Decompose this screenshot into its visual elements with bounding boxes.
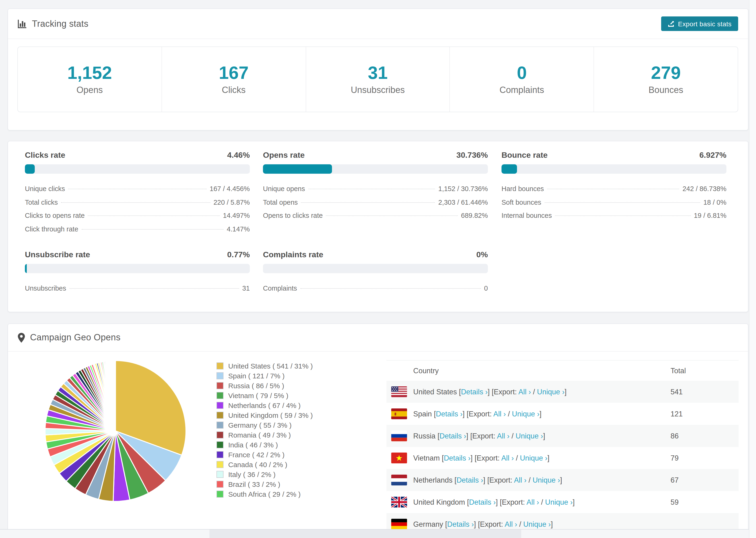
stat-value: 1,152: [67, 63, 112, 83]
export-unique-link[interactable]: Unique ›: [515, 432, 543, 440]
export-basic-stats-button[interactable]: Export basic stats: [661, 17, 738, 31]
bracket-text: /: [539, 498, 545, 506]
rate-value: 4.46%: [227, 151, 250, 160]
geo-row-text: United Kingdom [Details ›] [Export: All …: [413, 498, 575, 506]
geo-table-header-country: Country: [413, 366, 439, 375]
stat-label: Opens: [77, 85, 103, 95]
rate-row: Unique opens1,152 / 30.736%: [263, 185, 488, 198]
legend-swatch: [216, 402, 224, 409]
rate-row-value: 220 / 5.87%: [213, 198, 250, 206]
bracket-text: [: [457, 388, 461, 396]
bracket-text: [Export:: [487, 476, 514, 484]
progress-bar-track: [25, 264, 250, 273]
dotted-leader: [547, 189, 679, 189]
rate-title: Bounce rate: [502, 151, 548, 160]
geo-row-total: 86: [671, 432, 739, 440]
geo-row-text: Russia [Details ›] [Export: All › / Uniq…: [413, 432, 545, 440]
tracking-stats-header: Tracking stats Export basic stats: [8, 9, 748, 39]
bracket-text: [: [453, 476, 457, 484]
horizontal-scrollbar-track[interactable]: [0, 529, 756, 538]
rate-row-value: 2,303 / 61.446%: [438, 198, 488, 206]
horizontal-scrollbar-thumb[interactable]: [209, 529, 521, 538]
rate-row: Clicks to opens rate14.497%: [25, 212, 250, 225]
details-link[interactable]: Details ›: [469, 498, 496, 506]
rate-row-label: Complaints: [263, 285, 297, 292]
flag-germany-icon: [391, 519, 407, 529]
legend-item: Romania ( 49 / 3% ): [216, 430, 313, 440]
tracking-stats-title-text: Tracking stats: [32, 19, 88, 29]
legend-swatch: [216, 412, 224, 419]
bracket-text: ]: [540, 409, 542, 418]
rate-value: 6.927%: [699, 151, 727, 160]
export-all-link[interactable]: All ›: [505, 520, 517, 528]
legend-label: United States ( 541 / 31% ): [228, 362, 313, 370]
geo-opens-pie-chart: [40, 356, 190, 506]
bracket-text: ]: [496, 498, 500, 506]
geo-row-total: 121: [671, 409, 739, 418]
stat-label: Clicks: [222, 85, 245, 95]
stat-value: 167: [219, 63, 249, 83]
details-link[interactable]: Details ›: [440, 432, 466, 440]
dotted-leader: [301, 202, 435, 202]
geo-row-total: 541: [671, 388, 739, 396]
dotted-leader: [61, 202, 210, 202]
country-name: Vietnam: [413, 454, 440, 462]
details-link[interactable]: Details ›: [447, 520, 474, 528]
bracket-text: /: [506, 409, 512, 418]
geo-row-text: Netherlands [Details ›] [Export: All › /…: [413, 476, 562, 484]
geo-row-total: 79: [671, 454, 739, 462]
export-all-link[interactable]: All ›: [518, 388, 531, 396]
rate-row-value: 14.497%: [223, 212, 250, 219]
rate-row: Unsubscribes31: [25, 285, 250, 298]
legend-swatch: [216, 471, 224, 478]
export-unique-link[interactable]: Unique ›: [523, 520, 551, 528]
export-unique-link[interactable]: Unique ›: [537, 388, 565, 396]
bracket-text: ]: [470, 454, 474, 462]
export-all-link[interactable]: All ›: [501, 454, 514, 462]
legend-swatch: [216, 461, 224, 468]
export-unique-link[interactable]: Unique ›: [545, 498, 573, 506]
legend-swatch: [216, 392, 224, 399]
export-all-link[interactable]: All ›: [514, 476, 526, 484]
bracket-text: /: [527, 476, 533, 484]
export-all-link[interactable]: All ›: [527, 498, 539, 506]
bracket-text: [Export:: [470, 432, 497, 440]
details-link[interactable]: Details ›: [461, 388, 488, 396]
rate-row-label: Opens to clicks rate: [263, 212, 323, 219]
geo-table-header-total: Total: [671, 366, 739, 375]
export-all-link[interactable]: All ›: [493, 409, 506, 418]
rate-title: Complaints rate: [263, 250, 323, 260]
country-name: Germany: [413, 520, 443, 528]
rate-row: Internal bounces19 / 6.81%: [502, 212, 727, 225]
export-all-link[interactable]: All ›: [497, 432, 510, 440]
legend-label: Italy ( 36 / 2% ): [228, 470, 276, 478]
legend-item: Vietnam ( 79 / 5% ): [216, 391, 313, 401]
rate-header: Unsubscribe rate0.77%: [25, 250, 250, 260]
stat-cell-bounces: 279Bounces: [594, 47, 738, 112]
legend-item: France ( 42 / 2% ): [216, 450, 313, 459]
legend-item: United Kingdom ( 59 / 3% ): [216, 410, 313, 420]
export-unique-link[interactable]: Unique ›: [512, 409, 540, 418]
details-link[interactable]: Details ›: [457, 476, 483, 484]
export-unique-link[interactable]: Unique ›: [520, 454, 547, 462]
map-pin-icon: [18, 333, 25, 343]
export-unique-link[interactable]: Unique ›: [532, 476, 560, 484]
rate-row-value: 689.82%: [461, 212, 488, 219]
geo-table-row-es: Spain [Details ›] [Export: All › / Uniqu…: [387, 403, 739, 425]
flag-vietnam-icon: [391, 453, 407, 463]
rate-value: 0%: [476, 250, 488, 260]
legend-item: South Africa ( 29 / 2% ): [216, 489, 313, 499]
stat-cell-complaints: 0Complaints: [450, 47, 594, 112]
legend-label: Russia ( 86 / 5% ): [228, 382, 284, 390]
details-link[interactable]: Details ›: [444, 454, 470, 462]
legend-item: United States ( 541 / 31% ): [216, 361, 313, 371]
page: Tracking stats Export basic stats 1,152O…: [0, 0, 756, 538]
vertical-scrollbar-track[interactable]: [749, 0, 756, 538]
legend-label: Netherlands ( 67 / 4% ): [228, 402, 301, 409]
rate-row: Total clicks220 / 5.87%: [25, 198, 250, 212]
stat-value: 0: [517, 63, 527, 83]
bracket-text: /: [514, 454, 520, 462]
bracket-text: ]: [466, 432, 470, 440]
details-link[interactable]: Details ›: [436, 409, 463, 418]
legend-swatch: [216, 481, 224, 488]
